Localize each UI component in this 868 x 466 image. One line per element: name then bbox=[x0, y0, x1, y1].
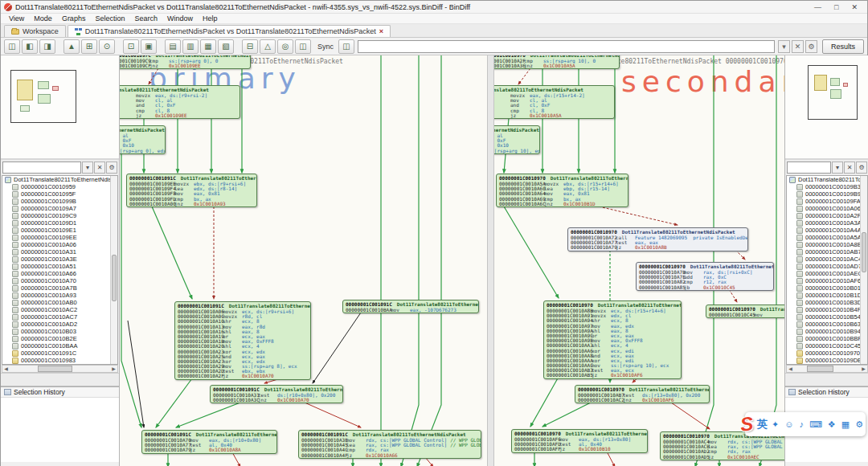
proximity-browsing-icon[interactable]: ⊟ bbox=[242, 39, 258, 54]
tree-item-basicblock[interactable]: 00000001C0010A70 bbox=[2, 277, 117, 284]
tree-item-basicblock[interactable]: 00000001C00109D1 bbox=[2, 219, 117, 227]
tab-close-icon[interactable]: × bbox=[379, 27, 383, 35]
tree-item-basicblock[interactable]: 00000001C0010B01 bbox=[787, 284, 867, 292]
filter-settings-icon[interactable]: ⚙ bbox=[106, 161, 117, 174]
ime-language-toggle[interactable]: 英 bbox=[757, 417, 768, 431]
keyboard-icon[interactable]: ⌨ bbox=[809, 419, 822, 430]
primary-overview-minimap[interactable] bbox=[1, 55, 119, 160]
tree-vscrollbar[interactable] bbox=[860, 176, 867, 364]
tree-item-basicblock[interactable]: 00000001C0010B03 bbox=[2, 328, 117, 335]
filter-clear-icon[interactable]: ✕ bbox=[844, 161, 855, 174]
pane-splitter[interactable] bbox=[488, 55, 494, 466]
basicblock-node[interactable]: Dot11Translate80211ToEthernetNdisPacketm… bbox=[120, 85, 240, 119]
tree-item-basicblock[interactable]: 00000001C0010A06 bbox=[787, 205, 867, 212]
tree-item-basicblock[interactable]: 00000001C001099B bbox=[2, 198, 117, 205]
results-button[interactable]: Results bbox=[822, 39, 864, 54]
tree-item-basicblock[interactable]: 00000001C00109B3 bbox=[787, 183, 867, 190]
tree-item-basicblock[interactable]: 00000001C0010A7B bbox=[2, 284, 117, 292]
tree-item-basicblock[interactable]: 00000001C0010A66 bbox=[2, 270, 117, 277]
basicblock-node[interactable]: 00000001C0010970Dot11Translate80211ToEth… bbox=[494, 55, 620, 69]
tree-item-basicblock[interactable]: 00000001C0010983 bbox=[2, 357, 117, 364]
sync-views-icon[interactable]: ◫ bbox=[295, 39, 311, 54]
basicblock-node[interactable]: 00000001C0010970Dot11Translate80211ToEth… bbox=[636, 262, 774, 291]
tree-item-basicblock[interactable]: 00000001C0010AC2 bbox=[2, 306, 117, 313]
tree-item-basicblock[interactable]: 00000001C0010A5A bbox=[787, 234, 867, 241]
basicblock-node[interactable]: Dot11Translate80211ToEthernetNdisPacketm… bbox=[494, 125, 540, 154]
hierarchic-layout-icon[interactable]: ▲ bbox=[63, 39, 80, 54]
tree-item-basicblock[interactable]: 00000001C0010A8B bbox=[787, 241, 867, 248]
node-panel-icon[interactable]: ▧ bbox=[218, 39, 234, 54]
tree-vscrollbar[interactable] bbox=[110, 176, 117, 364]
node-folding-icon[interactable]: △ bbox=[260, 39, 276, 54]
overview-panel-icon[interactable]: ▤ bbox=[165, 39, 181, 54]
search-combobox[interactable] bbox=[358, 40, 775, 53]
tree-item-basicblock[interactable]: 00000001C0010A31 bbox=[2, 248, 117, 255]
primary-graph-pane[interactable]: Dot11Translate80211ToEthernetNdisPacketp… bbox=[120, 55, 488, 466]
filter-dropdown-icon[interactable]: ▾ bbox=[82, 161, 93, 174]
filter-clear-icon[interactable]: ✕ bbox=[94, 161, 105, 174]
tree-item-basicblock[interactable]: 00000001C0010C45 bbox=[787, 342, 867, 350]
basicblock-node[interactable]: 00000001C001091CDot11Translate80211ToEth… bbox=[126, 174, 257, 207]
tree-item-basicblock[interactable]: 00000001C0010AD2 bbox=[2, 321, 117, 328]
menu-graphs[interactable]: Graphs bbox=[57, 14, 91, 22]
zoom-selection-icon[interactable]: ▣ bbox=[141, 39, 157, 54]
menu-mode[interactable]: Mode bbox=[29, 14, 57, 22]
tree-item-basicblock[interactable]: 00000001C0010A06 bbox=[2, 241, 117, 248]
tree-item-basicblock[interactable]: 00000001C0010AD7 bbox=[787, 263, 867, 270]
menu-help[interactable]: Help bbox=[198, 14, 223, 22]
basicblock-node[interactable]: 00000001C0010970Dot11Translate80211ToEth… bbox=[567, 227, 748, 251]
basicblock-node[interactable]: 00000001C0010970Dot11Translate80211ToEth… bbox=[575, 385, 710, 403]
combo-clear-button[interactable]: ✕ bbox=[792, 40, 804, 53]
tree-item-basicblock[interactable]: 00000001C0010A51 bbox=[2, 263, 117, 270]
combined-view-icon[interactable]: ◫ bbox=[4, 39, 20, 54]
primary-filter-input[interactable] bbox=[2, 161, 81, 174]
tree-item-basicblock[interactable]: 00000001C0010B1D bbox=[787, 292, 867, 299]
tree-item-basicblock[interactable]: 00000001C0010B63 bbox=[787, 321, 867, 328]
tree-item-basicblock[interactable]: 00000001C0010A3E bbox=[2, 255, 117, 263]
tree-item-basicblock[interactable]: 00000001C0010AF6 bbox=[787, 277, 867, 284]
menu-selection[interactable]: Selection bbox=[90, 14, 129, 22]
sogou-logo-icon[interactable]: S bbox=[739, 413, 755, 435]
sidebar-splitter[interactable] bbox=[785, 373, 868, 386]
tree-item-basicblock[interactable]: 00000001C0010AC4 bbox=[787, 255, 867, 263]
tree-item-basicblock[interactable]: 00000001C0010B94 bbox=[787, 328, 867, 335]
tree-item-basicblock[interactable]: 00000001C0010AB7 bbox=[787, 248, 867, 255]
tree-item-basicblock[interactable]: 00000001C00109E1 bbox=[2, 227, 117, 234]
tree-hscrollbar[interactable]: ◀▶ bbox=[2, 365, 118, 373]
tree-item-basicblock[interactable]: 00000001C0010AEC bbox=[787, 270, 867, 277]
skin-icon[interactable]: ❖ bbox=[828, 419, 836, 430]
settings-gear-icon[interactable]: ⚙ bbox=[855, 419, 863, 430]
basicblock-node[interactable]: 00000001C001091CDot11Translate80211ToEth… bbox=[141, 430, 277, 454]
tree-item-basicblock[interactable]: 00000001C00109EE bbox=[2, 234, 117, 241]
secondary-graph-pane[interactable]: Dot11Translate80211ToEthernetNdisPacket … bbox=[494, 55, 784, 466]
tree-root-function[interactable]: Dot11Translate80211ToEthernetNdisPacket bbox=[787, 176, 867, 183]
tree-item-basicblock[interactable]: 00000001C0010AC7 bbox=[2, 313, 117, 321]
grid-panel-icon[interactable]: ▦ bbox=[841, 419, 850, 430]
basicblock-node[interactable]: 00000001C001091CDot11Translate80211ToEth… bbox=[342, 300, 479, 313]
secondary-overview-minimap[interactable] bbox=[785, 55, 868, 160]
basicblock-node[interactable]: 00000001C0010970Dot11Translate80211ToEth… bbox=[496, 174, 628, 207]
minimize-button[interactable]: — bbox=[814, 3, 821, 11]
tab-diff[interactable]: Dot11Translate80211ToEthernetNdisPacket … bbox=[68, 25, 391, 37]
orthogonal-layout-icon[interactable]: ⊞ bbox=[81, 39, 97, 54]
secondary-graph-view-icon[interactable]: ◨ bbox=[39, 39, 55, 54]
tree-item-basicblock[interactable]: 00000001C0010B54 bbox=[787, 313, 867, 321]
tree-item-basicblock[interactable]: 00000001C0010AB0 bbox=[2, 299, 117, 306]
basicblock-node[interactable]: 00000001C0010970Dot11Translate80211ToEth… bbox=[543, 300, 682, 379]
menu-window[interactable]: Window bbox=[162, 14, 198, 22]
basicblock-node[interactable]: 00000001C001091CDot11Translate80211ToEth… bbox=[174, 301, 311, 380]
basicblock-node[interactable]: 00000001C001091CDot11Translate80211ToEth… bbox=[298, 430, 481, 459]
node-grouping-icon[interactable]: ◎ bbox=[277, 39, 293, 54]
layout-panel-icon[interactable]: ▥ bbox=[182, 39, 199, 54]
circular-layout-icon[interactable]: ⊙ bbox=[99, 39, 115, 54]
tab-workspace[interactable]: Workspace bbox=[4, 25, 66, 37]
tree-item-basicblock[interactable]: 00000001C00109DE bbox=[787, 357, 867, 364]
menu-view[interactable]: View bbox=[4, 14, 29, 22]
tree-item-basicblock[interactable]: 00000001C00109C9 bbox=[2, 212, 117, 219]
tree-item-basicblock[interactable]: 00000001C0010A2F bbox=[787, 212, 867, 219]
primary-graph-view-icon[interactable]: ◧ bbox=[22, 39, 38, 54]
tree-item-basicblock[interactable]: 00000001C0010A4A bbox=[787, 227, 867, 234]
tree-item-basicblock[interactable]: 00000001C00109A7 bbox=[2, 205, 117, 212]
tree-item-basicblock[interactable]: 00000001C0010B3D bbox=[787, 299, 867, 306]
zoom-fit-icon[interactable]: ⊡ bbox=[123, 39, 139, 54]
